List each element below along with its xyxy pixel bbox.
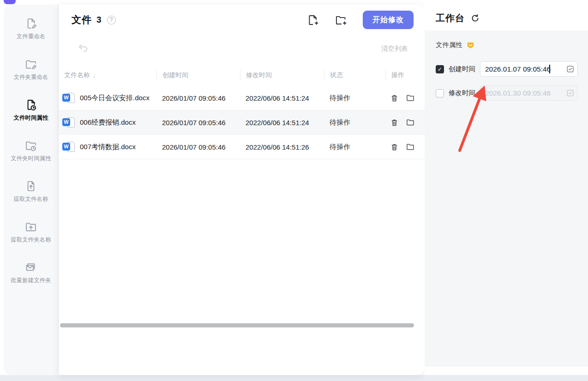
table-row[interactable]: W 005今日会议安排.docx 2026/01/07 09:05:46 202… [59, 86, 425, 110]
folder-icon [406, 142, 415, 151]
column-header-name[interactable]: 文件名称 ↓ [59, 70, 156, 80]
workbench-body: 文件属性 ✓ 创建时间 [425, 30, 588, 367]
trash-icon [390, 94, 399, 103]
app-window: { "sidebar": { "items": [ { "label": "文件… [0, 0, 588, 381]
table-header-row: 文件名称 ↓ 创建时间 修改时间 状态 操作 [59, 65, 425, 86]
sidebar-item-label: 文件夹时间属性 [11, 155, 51, 163]
add-folder-button[interactable] [335, 14, 347, 26]
word-file-icon: W [62, 141, 75, 153]
folder-rename-icon [24, 57, 38, 71]
table-row[interactable]: W 006经费报销.docx 2026/01/07 09:05:46 2022/… [59, 110, 425, 135]
delete-row-button[interactable] [390, 118, 399, 127]
status-badge: 待操作 [324, 118, 385, 127]
file-attributes-section: 文件属性 [436, 41, 577, 49]
file-name: 007考情数据.docx [80, 142, 136, 152]
sidebar-item-label: 批量新建文件夹 [11, 277, 51, 284]
created-time: 2026/01/07 09:05:46 [156, 119, 240, 127]
sidebar-item-label: 文件时间属性 [14, 114, 48, 122]
trash-icon [390, 143, 399, 151]
add-folder-icon [335, 14, 347, 26]
sort-desc-icon[interactable]: ↓ [93, 72, 96, 79]
batch-new-folder-icon [24, 260, 38, 274]
page-title: 文件 [72, 13, 92, 26]
create-time-row: ✓ 创建时间 [436, 61, 577, 77]
modify-time-label: 修改时间 [449, 89, 475, 97]
create-time-input[interactable] [480, 61, 578, 77]
sidebar-item-batch-new-folder[interactable]: 批量新建文件夹 [4, 260, 58, 301]
column-header-ops[interactable]: 操作 [385, 70, 425, 80]
file-count: 3 [96, 15, 102, 25]
add-file-icon [306, 14, 319, 26]
open-folder-button[interactable] [406, 118, 415, 127]
workbench-panel: 工作台 文件属性 ✓ 创建时间 [425, 0, 588, 375]
text-caret [549, 65, 550, 73]
sidebar-item-folder-rename[interactable]: 文件夹重命名 [4, 57, 58, 98]
row-operations [385, 142, 425, 151]
workbench-title: 工作台 [436, 12, 465, 24]
sidebar-item-extract-folder-name[interactable]: 提取文件夹名称 [4, 220, 58, 260]
row-operations [385, 93, 425, 103]
modified-time: 2022/06/06 14:51:26 [240, 143, 324, 151]
main-header: 文件 3 ? [59, 5, 425, 35]
modify-time-row: 修改时间 [436, 85, 577, 101]
extract-file-name-icon [24, 179, 38, 193]
file-name: 006经费报销.docx [80, 117, 136, 127]
sidebar-item-extract-file-name[interactable]: 提取文件名称 [4, 179, 58, 220]
create-time-checkbox[interactable]: ✓ [436, 65, 444, 73]
file-rename-icon [24, 17, 38, 30]
undo-icon [77, 42, 89, 54]
top-edge-purple-fragment [4, 0, 16, 4]
open-folder-button[interactable] [406, 142, 415, 151]
workbench-header: 工作台 [436, 12, 480, 24]
delete-row-button[interactable] [390, 94, 399, 103]
undo-button[interactable] [77, 42, 89, 54]
window-bottom-strip [0, 375, 588, 381]
modified-time: 2022/06/06 14:51:24 [240, 94, 324, 102]
sidebar-item-label: 提取文件夹名称 [11, 236, 51, 244]
file-attributes-label: 文件属性 [436, 41, 462, 49]
sidebar-item-label: 文件重命名 [17, 33, 46, 41]
file-name: 005今日会议安排.docx [80, 93, 150, 103]
word-file-icon: W [62, 92, 75, 104]
status-badge: 待操作 [324, 94, 385, 103]
column-header-modified[interactable]: 修改时间 [240, 70, 324, 80]
modified-time: 2022/06/06 14:51:24 [240, 119, 324, 127]
create-time-label: 创建时间 [449, 65, 475, 73]
created-time: 2026/01/07 09:05:46 [156, 143, 240, 151]
date-picker-icon[interactable] [566, 65, 575, 73]
sidebar-item-label: 文件夹重命名 [14, 73, 48, 81]
table-row[interactable]: W 007考情数据.docx 2026/01/07 09:05:46 2022/… [59, 135, 425, 159]
help-icon[interactable]: ? [107, 16, 116, 24]
sidebar-item-label: 提取文件名称 [14, 195, 48, 203]
folder-time-icon [24, 139, 38, 152]
refresh-icon [470, 13, 480, 23]
status-badge: 待操作 [324, 143, 385, 151]
folder-icon [406, 93, 415, 103]
modify-time-input[interactable] [480, 85, 578, 101]
file-name-cell: W 005今日会议安排.docx [59, 90, 156, 107]
file-time-icon [24, 98, 38, 112]
trash-icon [390, 118, 399, 127]
delete-row-button[interactable] [390, 143, 399, 151]
refresh-button[interactable] [470, 13, 480, 23]
check-icon: ✓ [438, 66, 442, 73]
word-file-icon: W [62, 117, 75, 128]
start-modify-button[interactable]: 开始修改 [363, 11, 414, 29]
horizontal-scrollbar[interactable] [60, 323, 414, 327]
created-time: 2026/01/07 09:05:46 [156, 94, 240, 102]
extract-folder-name-icon [24, 220, 38, 234]
modify-time-checkbox[interactable] [436, 89, 444, 97]
list-toolbar: 清空列表 [59, 42, 425, 57]
column-header-status[interactable]: 状态 [324, 70, 385, 80]
open-folder-button[interactable] [406, 93, 415, 103]
sidebar-item-file-rename[interactable]: 文件重命名 [4, 17, 58, 57]
date-picker-icon [566, 89, 575, 97]
file-name-cell: W 007考情数据.docx [59, 139, 156, 156]
sidebar-item-folder-time[interactable]: 文件夹时间属性 [4, 139, 58, 179]
sidebar-item-file-time[interactable]: 文件时间属性 [4, 98, 58, 139]
row-operations [385, 118, 425, 127]
vip-badge-icon [466, 41, 475, 49]
clear-list-button[interactable]: 清空列表 [381, 44, 408, 53]
column-header-created[interactable]: 创建时间 [156, 70, 240, 80]
add-file-button[interactable] [306, 14, 319, 26]
